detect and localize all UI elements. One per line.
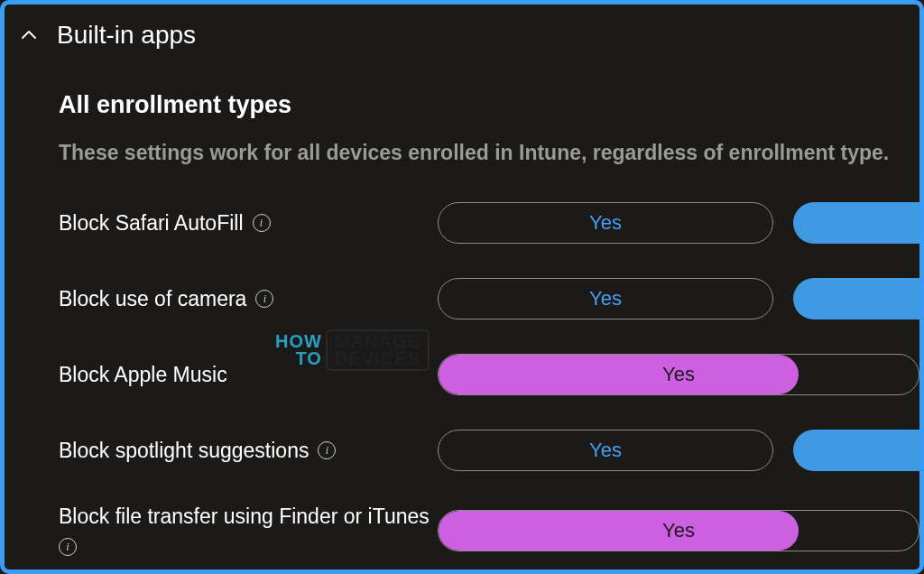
setting-row: Block Apple Music Yes: [59, 353, 919, 396]
setting-row: Block file transfer using Finder or iTun…: [59, 505, 919, 556]
setting-label-text: Block file transfer using Finder or iTun…: [59, 505, 430, 529]
setting-label-text: Block spotlight suggestions: [59, 439, 309, 463]
setting-label: Block use of camera i: [59, 287, 438, 311]
setting-label: Block Apple Music: [59, 363, 438, 387]
toggle-yes[interactable]: Yes: [438, 354, 919, 395]
info-icon[interactable]: i: [255, 290, 273, 308]
section-title: Built-in apps: [57, 21, 196, 50]
setting-label: Block Safari AutoFill i: [59, 211, 438, 236]
toggle-alt-pill[interactable]: [793, 430, 919, 471]
setting-label: Block file transfer using Finder or iTun…: [59, 505, 438, 556]
info-icon[interactable]: i: [253, 214, 271, 232]
setting-label-text: Block Safari AutoFill: [59, 211, 244, 236]
setting-row: Block use of camera i Yes: [59, 277, 919, 320]
toggle-yes[interactable]: Yes: [438, 510, 919, 551]
toggle-value: Yes: [439, 519, 919, 542]
toggle-value: Yes: [439, 439, 772, 462]
info-icon[interactable]: i: [318, 441, 336, 459]
subsection-description: These settings work for all devices enro…: [59, 139, 919, 167]
section-header: Built-in apps: [5, 5, 919, 55]
info-icon[interactable]: i: [59, 538, 77, 556]
toggle-area: Yes: [438, 510, 919, 551]
setting-label: Block spotlight suggestions i: [59, 439, 438, 463]
toggle-area: Yes: [438, 430, 919, 471]
toggle-area: Yes: [438, 202, 919, 244]
subsection-title: All enrollment types: [59, 91, 919, 119]
toggle-yes[interactable]: Yes: [438, 202, 773, 244]
section-content: All enrollment types These settings work…: [5, 55, 919, 556]
setting-row: Block Safari AutoFill i Yes: [59, 201, 919, 245]
toggle-yes[interactable]: Yes: [438, 278, 773, 319]
toggle-area: Yes: [438, 278, 919, 319]
toggle-area: Yes: [438, 354, 919, 395]
settings-panel: Built-in apps All enrollment types These…: [0, 0, 924, 574]
setting-row: Block spotlight suggestions i Yes: [59, 429, 919, 472]
toggle-yes[interactable]: Yes: [438, 430, 773, 471]
chevron-up-icon[interactable]: [17, 23, 41, 47]
setting-label-text: Block Apple Music: [59, 363, 227, 387]
setting-label-text: Block use of camera: [59, 287, 246, 311]
toggle-value: Yes: [439, 363, 919, 386]
toggle-alt-pill[interactable]: [793, 278, 919, 319]
toggle-value: Yes: [439, 211, 772, 235]
toggle-value: Yes: [439, 287, 772, 310]
toggle-alt-pill[interactable]: [793, 202, 919, 244]
